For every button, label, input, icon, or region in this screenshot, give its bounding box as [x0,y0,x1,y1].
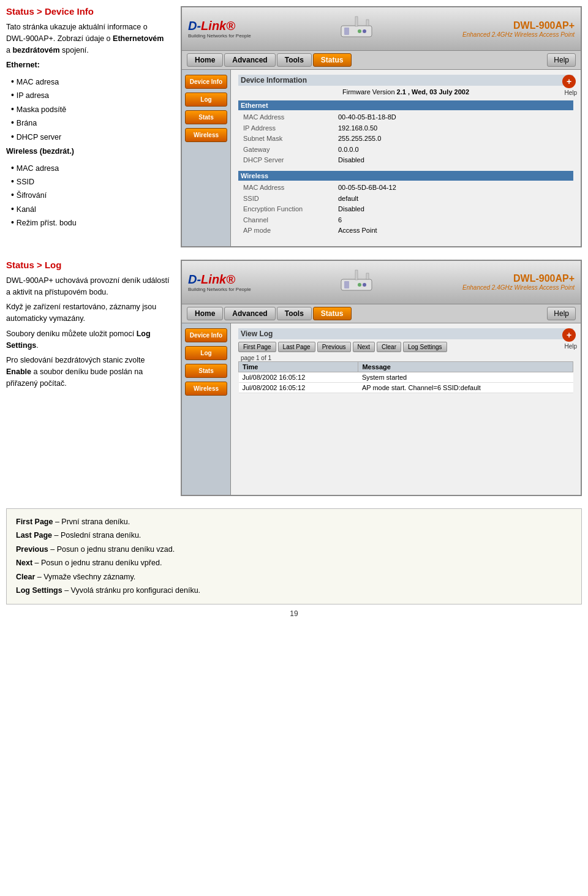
wireless-heading: Wireless (bezdrát.) [6,146,168,157]
dlink-panel-1: D-Link® Building Networks for People [181,6,582,247]
log-row-1: Jul/08/2002 16:05:12 AP mode start. Chan… [239,382,573,393]
nav-home-2[interactable]: Home [187,307,223,320]
sidebar-deviceinfo-2[interactable]: Device Info [185,328,227,342]
nav-status-1[interactable]: Status [313,53,352,67]
nav-status-2[interactable]: Status [313,307,352,320]
dlink-logo-1: D-Link® Building Networks for People [188,19,251,39]
help-circle-1[interactable]: + [562,75,576,88]
log-para1: DWL-900AP+ uchovává provozní deník událo… [6,275,172,298]
svg-rect-4 [355,17,358,26]
svg-point-3 [363,29,366,33]
previous-btn[interactable]: Previous [317,342,351,352]
nav-help-1[interactable]: Help [547,53,576,67]
eth-item-subnet: Maska podsítě [11,102,168,116]
eth-row-0: MAC Address 00-40-05-B1-18-8D [243,112,573,123]
panel1-header: D-Link® Building Networks for People [182,7,581,51]
svg-rect-10 [355,270,358,280]
eth-section-title: Ethernet [238,100,573,110]
col-time: Time [239,361,358,372]
clear-btn[interactable]: Clear [377,342,401,352]
panel1-sidebar: Device Info Log Stats Wireless [182,70,231,246]
device-info-text: Status > Device Info Tato stránka ukazuj… [6,6,172,247]
device-info-section-title: Device Information [238,75,573,86]
eth-item-ip: IP adresa [11,88,168,102]
wl-info-table: MAC Address 00-05-5D-6B-04-12 SSID defau… [238,183,573,236]
svg-rect-1 [344,28,349,35]
eth-row-2: Subnet Mask 255.255.255.0 [243,134,573,145]
next-btn[interactable]: Next [353,342,375,352]
svg-point-9 [363,283,366,287]
log-heading: Status > Log [6,260,172,270]
eth-row-1: IP Address 192.168.0.50 [243,123,573,134]
dlink-panel-2: D-Link® Building Networks for People [181,260,582,496]
wl-row-4: AP mode Access Point [243,225,573,236]
sidebar-stats-1[interactable]: Stats [185,110,227,124]
svg-point-8 [358,283,361,287]
eth-item-mac: MAC adresa [11,75,168,88]
sidebar-log-1[interactable]: Log [185,92,227,107]
router-svg-1 [338,13,375,44]
panel1-nav: Home Advanced Tools Status Help [182,51,581,70]
sidebar-stats-2[interactable]: Stats [185,364,227,378]
panel1-content: Device Info Log Stats Wireless Device In… [182,70,581,246]
product-info-1: DWL-900AP+ Enhanced 2.4GHz Wireless Acce… [462,20,575,38]
model-name-2: DWL-900AP+ [462,273,575,284]
first-page-btn[interactable]: First Page [238,342,276,352]
nav-home-1[interactable]: Home [187,53,223,67]
sidebar-wireless-1[interactable]: Wireless [185,128,227,142]
legend-item-3: Next – Posun o jednu stranu deníku vpřed… [16,556,572,570]
eth-row-4: DHCP Server Disabled [243,155,573,166]
log-panel-container: D-Link® Building Networks for People [181,260,582,496]
nav-advanced-1[interactable]: Advanced [224,53,275,67]
last-page-btn[interactable]: Last Page [278,342,315,352]
nav-tools-2[interactable]: Tools [277,307,312,320]
wireless-list: MAC adresa SSID Šifrování Kanál Režim př… [6,161,168,230]
panel2-content: Device Info Log Stats Wireless View Log … [182,323,581,495]
router-image-2 [336,265,377,300]
log-table-header: Time Message [239,361,573,372]
wl-item-mode: Režim příst. bodu [11,216,168,229]
router-image-1 [336,11,377,47]
firmware-info: Firmware Version 2.1 , Wed, 03 July 2002 [238,88,573,96]
eth-info-table: MAC Address 00-40-05-B1-18-8D IP Address… [238,112,573,166]
page-container: Status > Device Info Tato stránka ukazuj… [0,0,588,623]
log-page-info: page 1 of 1 [241,355,571,361]
middle-section: Status > Log DWL-900AP+ uchovává provozn… [0,254,588,502]
legend-item-2: Previous – Posun o jednu stranu deníku v… [16,543,572,557]
log-table: Time Message Jul/08/2002 16:05:12 System… [238,361,573,393]
sidebar-deviceinfo-1[interactable]: Device Info [185,75,227,89]
wl-section-title: Wireless [238,171,573,181]
panel1-main: Device Information Firmware Version 2.1 … [231,70,581,246]
sidebar-log-2[interactable]: Log [185,346,227,360]
device-info-panel: D-Link® Building Networks for People [181,6,582,247]
eth-item-gateway: Brána [11,116,168,129]
tagline-2: Building Networks for People [188,287,251,292]
legend-item-4: Clear – Vymaže všechny záznamy. [16,570,572,584]
help-label-1: Help [564,89,577,96]
svg-rect-7 [344,281,349,288]
wl-row-0: MAC Address 00-05-5D-6B-04-12 [243,183,573,194]
nav-tools-1[interactable]: Tools [277,53,312,67]
log-time-1: Jul/08/2002 16:05:12 [239,382,358,393]
panel2-main: View Log First Page Last Page Previous N… [231,323,581,495]
panel2-nav: Home Advanced Tools Status Help [182,304,581,323]
nav-help-2[interactable]: Help [547,307,576,320]
wl-row-1: SSID default [243,194,573,205]
ethernet-heading: Ethernet: [6,59,168,71]
wl-item-enc: Šifrování [11,188,168,201]
log-settings-btn[interactable]: Log Settings [403,342,447,352]
log-msg-1: AP mode start. Channel=6 SSID:default [358,382,573,393]
help-circle-2[interactable]: + [562,328,576,342]
page-number: 19 [0,604,588,623]
svg-rect-11 [366,273,369,279]
dlink-logo-2: D-Link® Building Networks for People [188,273,251,292]
view-log-title: View Log [238,328,573,339]
log-controls: First Page Last Page Previous Next Clear… [238,342,573,352]
log-para2: Když je zařízení restartováno, záznamy j… [6,301,172,325]
svg-rect-5 [366,20,369,26]
brand-name-1: D-Link® [188,19,251,33]
nav-advanced-2[interactable]: Advanced [224,307,275,320]
sidebar-wireless-2[interactable]: Wireless [185,382,227,396]
log-msg-0: System started [358,372,573,382]
panel2-sidebar: Device Info Log Stats Wireless [182,323,231,495]
